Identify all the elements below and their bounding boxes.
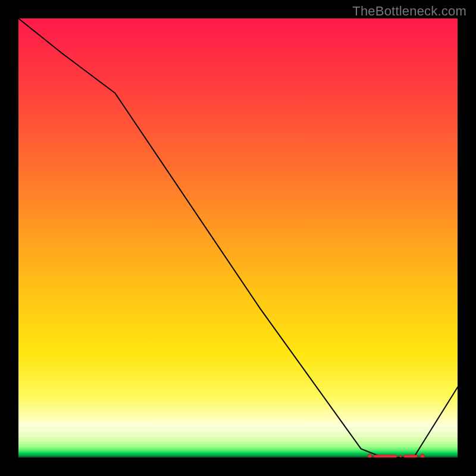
plot-area: [18, 18, 458, 458]
minimum-markers: [18, 18, 458, 458]
plot-border: [18, 18, 458, 458]
min-marker-pill: [403, 455, 418, 458]
min-marker-dot: [399, 455, 402, 458]
min-marker-dot: [368, 454, 372, 458]
watermark-text: TheBottleneck.com: [352, 4, 466, 19]
chart-container: TheBottleneck.com: [0, 0, 476, 476]
min-marker-dot: [420, 454, 424, 458]
min-marker-pill: [373, 455, 397, 458]
